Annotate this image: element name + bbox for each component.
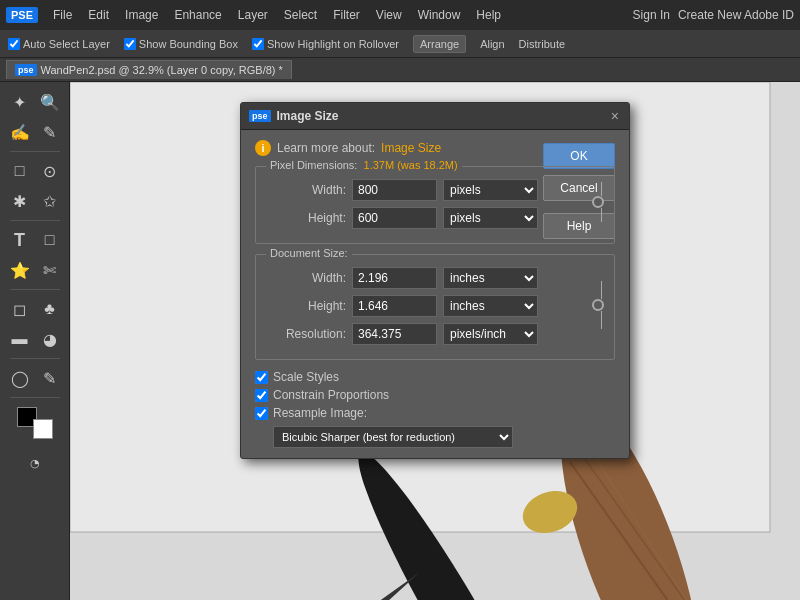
doc-chain-connector: [592, 281, 604, 337]
resolution-row: Resolution: pixels/inch: [266, 323, 586, 345]
app-logo: PSE: [6, 7, 38, 23]
move-tool[interactable]: ✦: [6, 88, 34, 116]
pixel-height-unit-select[interactable]: pixels: [443, 207, 538, 229]
quick-select-tool[interactable]: ✱: [6, 187, 34, 215]
pixel-width-input[interactable]: [352, 179, 437, 201]
doc-height-row: Height: inches: [266, 295, 586, 317]
zoom-tool[interactable]: 🔍: [36, 88, 64, 116]
pixel-height-row: Height: pixels: [266, 207, 586, 229]
eyedropper-tool[interactable]: ✎: [36, 118, 64, 146]
shape-tool[interactable]: ⭐: [6, 256, 34, 284]
doc-width-unit-select[interactable]: inches: [443, 267, 538, 289]
crop-tool[interactable]: □: [36, 226, 64, 254]
tab-logo: pse: [15, 64, 37, 76]
gradient-tool[interactable]: ▬: [6, 325, 34, 353]
bounding-box-checkbox[interactable]: [124, 38, 136, 50]
menu-help[interactable]: Help: [469, 4, 508, 26]
doc-height-input[interactable]: [352, 295, 437, 317]
menu-edit[interactable]: Edit: [81, 4, 116, 26]
options-bar: Auto Select Layer Show Bounding Box Show…: [0, 30, 800, 58]
resample-image-row: Resample Image:: [255, 406, 615, 420]
doc-width-row: Width: inches: [266, 267, 586, 289]
pixel-width-label: Width:: [266, 183, 346, 197]
highlight-checkbox[interactable]: [252, 38, 264, 50]
tab-title: WandPen2.psd @ 32.9% (Layer 0 copy, RGB/…: [41, 64, 283, 76]
tab-bar: pse WandPen2.psd @ 32.9% (Layer 0 copy, …: [0, 58, 800, 82]
learn-more-label: Learn more about:: [277, 141, 375, 155]
constrain-proportions-checkbox[interactable]: [255, 389, 268, 402]
resample-image-label: Resample Image:: [273, 406, 367, 420]
pixel-width-row: Width: pixels: [266, 179, 586, 201]
resample-method-select[interactable]: Bicubic Sharper (best for reduction): [273, 426, 513, 448]
menu-bar: PSE File Edit Image Enhance Layer Select…: [0, 0, 800, 30]
pixel-dimensions-group: Pixel Dimensions: 1.37M (was 18.2M) Widt…: [255, 166, 615, 244]
constrain-proportions-label: Constrain Proportions: [273, 388, 389, 402]
resolution-unit-select[interactable]: pixels/inch: [443, 323, 538, 345]
background-color[interactable]: [33, 419, 53, 439]
pixel-height-input[interactable]: [352, 207, 437, 229]
pixel-dimensions-label: Pixel Dimensions: 1.37M (was 18.2M): [266, 159, 462, 171]
constrain-proportions-row: Constrain Proportions: [255, 388, 615, 402]
auto-select-label: Auto Select Layer: [8, 38, 110, 50]
info-icon: i: [255, 140, 271, 156]
main-area: ✦ 🔍 ✍ ✎ □ ⊙ ✱ ✩ T □ ⭐ ✄ ◻ ♣ ▬: [0, 82, 800, 600]
pixel-dimensions-content: Width: pixels Height:: [256, 167, 614, 243]
bounding-box-label: Show Bounding Box: [124, 38, 238, 50]
dialog-logo: pse: [249, 110, 271, 122]
menu-right: Sign In Create New Adobe ID: [633, 8, 794, 22]
eraser-tool[interactable]: ◻: [6, 295, 34, 323]
marquee-tool[interactable]: □: [6, 157, 34, 185]
sign-in-link[interactable]: Sign In: [633, 8, 670, 22]
resample-image-checkbox[interactable]: [255, 407, 268, 420]
hand-tool[interactable]: ✍: [6, 118, 34, 146]
blur-tool[interactable]: ◕: [36, 325, 64, 353]
pixel-chain-connector: [592, 182, 604, 232]
auto-select-checkbox[interactable]: [8, 38, 20, 50]
scale-styles-label: Scale Styles: [273, 370, 339, 384]
scale-styles-checkbox[interactable]: [255, 371, 268, 384]
align-button[interactable]: Align: [480, 38, 504, 50]
pixel-height-label: Height:: [266, 211, 346, 225]
menu-filter[interactable]: Filter: [326, 4, 367, 26]
menu-view[interactable]: View: [369, 4, 409, 26]
paint-bucket-tool[interactable]: ♣: [36, 295, 64, 323]
scale-styles-row: Scale Styles: [255, 370, 615, 384]
text-tool[interactable]: T: [6, 226, 34, 254]
menu-enhance[interactable]: Enhance: [167, 4, 228, 26]
menu-file[interactable]: File: [46, 4, 79, 26]
magic-wand-tool[interactable]: ✩: [36, 187, 64, 215]
document-size-group: Document Size: Width: inches: [255, 254, 615, 360]
pen-tool[interactable]: ✎: [36, 364, 64, 392]
menu-select[interactable]: Select: [277, 4, 324, 26]
dialog-body: i Learn more about: Image Size Pixel Dim…: [241, 130, 629, 458]
doc-width-input[interactable]: [352, 267, 437, 289]
menu-image[interactable]: Image: [118, 4, 165, 26]
menu-layer[interactable]: Layer: [231, 4, 275, 26]
highlight-label: Show Highlight on Rollover: [252, 38, 399, 50]
create-adobe-id-link[interactable]: Create New Adobe ID: [678, 8, 794, 22]
document-size-label: Document Size:: [266, 247, 352, 259]
canvas-area: pse Image Size × OK Cancel Help i Learn …: [70, 82, 800, 600]
resolution-label: Resolution:: [266, 327, 346, 341]
doc-height-label: Height:: [266, 299, 346, 313]
pixel-width-unit-select[interactable]: pixels: [443, 179, 538, 201]
resample-select-wrapper: Bicubic Sharper (best for reduction): [255, 424, 615, 448]
distribute-button[interactable]: Distribute: [519, 38, 565, 50]
document-tab[interactable]: pse WandPen2.psd @ 32.9% (Layer 0 copy, …: [6, 60, 292, 79]
doc-width-label: Width:: [266, 271, 346, 285]
dialog-title: Image Size: [277, 109, 609, 123]
dodge-tool[interactable]: ◯: [6, 364, 34, 392]
lasso-tool[interactable]: ⊙: [36, 157, 64, 185]
quick-mask-tool[interactable]: ◔: [21, 449, 49, 477]
learn-more-link[interactable]: Image Size: [381, 141, 441, 155]
toolbar: ✦ 🔍 ✍ ✎ □ ⊙ ✱ ✩ T □ ⭐ ✄ ◻ ♣ ▬: [0, 82, 70, 600]
dialog-overlay: pse Image Size × OK Cancel Help i Learn …: [70, 82, 800, 600]
resolution-input[interactable]: [352, 323, 437, 345]
arrange-button[interactable]: Arrange: [413, 35, 466, 53]
color-picker[interactable]: [17, 407, 53, 439]
brush-tool[interactable]: ✄: [36, 256, 64, 284]
doc-height-unit-select[interactable]: inches: [443, 295, 538, 317]
menu-window[interactable]: Window: [411, 4, 468, 26]
image-size-dialog: pse Image Size × OK Cancel Help i Learn …: [240, 102, 630, 459]
dialog-close-button[interactable]: ×: [609, 108, 621, 124]
